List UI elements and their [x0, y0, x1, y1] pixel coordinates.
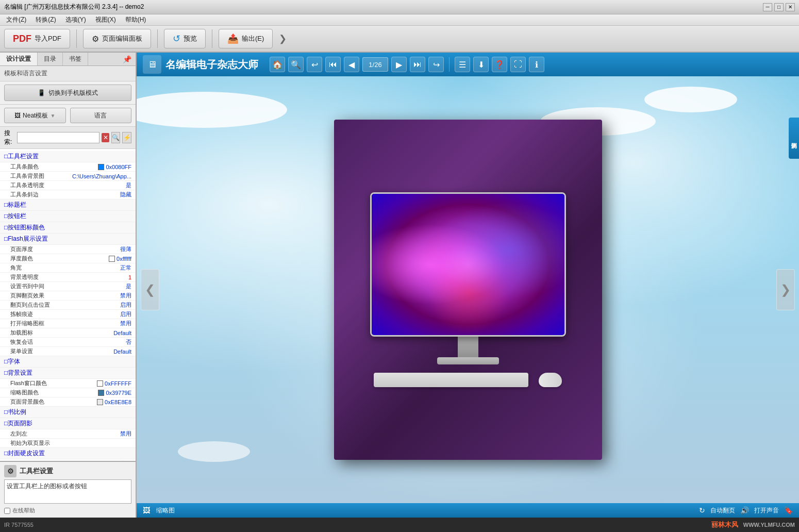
- prop-footer-flip[interactable]: 页脚翻页效果 禁用: [0, 291, 136, 301]
- nav-fullscreen-button[interactable]: ⛶: [510, 57, 526, 72]
- prop-page-bg-color[interactable]: 页面背景颜色 0xE8E8E8: [0, 397, 136, 407]
- app-title: 名编辑 [广州万彩信息技术有限公司 2.3.4] -- demo2: [4, 3, 144, 11]
- page-prev-arrow[interactable]: ❮: [141, 269, 159, 310]
- nav-zoom-button[interactable]: 🔍: [288, 57, 304, 72]
- prop-load-icon[interactable]: 加载图标 Default: [0, 328, 136, 338]
- logo-brand: 丽林木风: [711, 521, 738, 528]
- prop-left-to-left[interactable]: 左到左 禁用: [0, 429, 136, 439]
- menu-file[interactable]: 文件(Z): [2, 14, 30, 25]
- section-flash-header[interactable]: □Flash展示设置: [0, 234, 136, 245]
- monitor-stand: [458, 337, 478, 357]
- desc-panel: ⚙ 工具栏设置 设置工具栏上的图标或者按钮 在线帮助: [0, 461, 136, 518]
- prop-flash-window-color[interactable]: Flash窗口颜色 0xFFFFFF: [0, 379, 136, 388]
- prop-thick-color[interactable]: 厚度颜色 0xffffff: [0, 254, 136, 263]
- language-button[interactable]: 语言: [70, 108, 132, 123]
- nav-download-button[interactable]: ⬇: [473, 57, 489, 72]
- section-btnbar-header[interactable]: □按钮栏: [0, 211, 136, 222]
- preview-button[interactable]: ↺ 预览: [164, 29, 206, 48]
- language-label: 语言: [94, 111, 107, 120]
- prop-menu-setting[interactable]: 菜单设置 Default: [0, 347, 136, 356]
- auto-flip-button[interactable]: 自动翻页: [710, 506, 735, 515]
- search-execute-button[interactable]: 🔍: [111, 132, 121, 143]
- nav-prev-button[interactable]: ◀: [344, 57, 359, 72]
- desc-title: 工具栏设置: [20, 467, 53, 476]
- prop-bg-opacity[interactable]: 背景透明度 1: [0, 273, 136, 282]
- prop-toolbar-bevel[interactable]: 工具条斜边 隐藏: [0, 190, 136, 200]
- prop-pick-frame[interactable]: 拣帧痕迹 启用: [0, 310, 136, 319]
- search-clear-button[interactable]: ✕: [102, 133, 109, 142]
- prop-toolbar-bg[interactable]: 工具条背景图 C:\Users\Zhuang\App...: [0, 172, 136, 181]
- color-swatch-white: [109, 256, 115, 262]
- logo-icon: 🖥: [143, 55, 161, 74]
- tab-design-settings[interactable]: 设计设置: [0, 53, 38, 65]
- logo-url: WWW.YLMFU.COM: [743, 522, 795, 528]
- page-edit-button[interactable]: ⚙ 页面编辑面板: [83, 29, 151, 48]
- prop-center-book[interactable]: 设置书到中间 是: [0, 282, 136, 291]
- search-input[interactable]: [17, 132, 99, 143]
- nav-home-button[interactable]: 🏠: [270, 57, 285, 72]
- nav-last-button[interactable]: ⏭: [410, 57, 425, 72]
- tab-pin-button[interactable]: 📌: [119, 53, 136, 65]
- section-cover-hard: □封面硬皮设置 允许快速翻页 启用 当快速翻页时显示页码 显示 翻页时间 0.4…: [0, 448, 136, 461]
- section-cover-hard-header[interactable]: □封面硬皮设置: [0, 448, 136, 459]
- minimize-button[interactable]: ─: [763, 3, 772, 11]
- nav-redo-button[interactable]: ↪: [428, 57, 444, 72]
- prop-open-thumb[interactable]: 打开缩略图框 禁用: [0, 319, 136, 328]
- toolbar: PDF 导入PDF ⚙ 页面编辑面板 ↺ 预览 📤 输出(E) ❯: [0, 26, 799, 53]
- menu-convert[interactable]: 转换(Z): [31, 14, 60, 25]
- nav-next-button[interactable]: ▶: [391, 57, 407, 72]
- output-button[interactable]: 📤 输出(E): [219, 29, 273, 48]
- pdf-icon: PDF: [13, 34, 31, 44]
- bookmark-icon[interactable]: 🔖: [784, 506, 793, 514]
- mobile-switch-button[interactable]: 📱 切换到手机版模式: [4, 85, 131, 101]
- properties-panel: □工具栏设置 工具条颜色 0x0080FF 工具条背景图 C:\Users\Zh…: [0, 149, 136, 461]
- section-book-ratio-header[interactable]: □书比例: [0, 407, 136, 418]
- nav-undo-button[interactable]: ↩: [307, 57, 322, 72]
- import-pdf-button[interactable]: PDF 导入PDF: [4, 29, 70, 48]
- side-tab[interactable]: 快闪浏览刊: [789, 118, 799, 159]
- menu-help[interactable]: 帮助(H): [121, 14, 151, 25]
- close-button[interactable]: ✕: [786, 3, 795, 11]
- thumbnail-button[interactable]: 缩略图: [156, 506, 175, 515]
- tab-bookmark[interactable]: 书签: [63, 53, 88, 65]
- search-extra-button[interactable]: ⚡: [122, 132, 131, 143]
- page-next-arrow[interactable]: ❯: [776, 269, 795, 310]
- neat-template-button[interactable]: 🖼 Neat模板 ▼: [4, 108, 66, 123]
- maximize-button[interactable]: □: [774, 3, 784, 11]
- prop-toolbar-opacity[interactable]: 工具条透明度 是: [0, 181, 136, 190]
- sound-button[interactable]: 打开声音: [754, 506, 779, 515]
- nav-first-button[interactable]: ⏮: [325, 57, 341, 72]
- toolbar-more-arrow[interactable]: ❯: [279, 33, 287, 44]
- prop-toolbar-color[interactable]: 工具条颜色 0x0080FF: [0, 162, 136, 172]
- prop-thumb-color[interactable]: 缩略图颜色 0x39779E: [0, 388, 136, 397]
- page-edit-icon: ⚙: [92, 34, 99, 44]
- bottom-bar: IR 7577555 丽林木风 WWW.YLMFU.COM: [0, 518, 799, 532]
- monitor: [370, 192, 566, 337]
- menu-view[interactable]: 视图(X): [91, 14, 120, 25]
- section-page-shadow-header[interactable]: □页面阴影: [0, 418, 136, 429]
- section-btn-icon-color-header[interactable]: □按钮图标颜色: [0, 222, 136, 234]
- section-bg-header[interactable]: □背景设置: [0, 368, 136, 379]
- prop-page-thick[interactable]: 页面厚度 很薄: [0, 245, 136, 254]
- section-titlebar-header[interactable]: □标题栏: [0, 200, 136, 211]
- prop-restore-session[interactable]: 恢复会话 否: [0, 338, 136, 347]
- help-checkbox[interactable]: [4, 508, 10, 514]
- nav-menu-button[interactable]: ☰: [455, 57, 470, 72]
- thumbnail-icon: 🖼: [143, 506, 150, 514]
- menubar: 文件(Z) 转换(Z) 选项(Y) 视图(X) 帮助(H): [0, 14, 799, 26]
- menu-options[interactable]: 选项(Y): [61, 14, 90, 25]
- prop-flip-to-click[interactable]: 翻页到点击位置 启用: [0, 301, 136, 310]
- logo-text: 名编辑电子杂志大师: [165, 58, 258, 72]
- section-toolbar: □工具栏设置 工具条颜色 0x0080FF 工具条背景图 C:\Users\Zh…: [0, 151, 136, 200]
- nav-help-button[interactable]: ❓: [492, 57, 507, 72]
- toolbar-separator-2: [157, 29, 158, 48]
- section-font-header[interactable]: □字体: [0, 356, 136, 368]
- nav-info-button[interactable]: ℹ: [529, 57, 544, 72]
- prop-dual-page-default[interactable]: 初始为双页显示: [0, 439, 136, 448]
- tab-toc[interactable]: 目录: [38, 53, 63, 65]
- page-input[interactable]: [362, 57, 388, 72]
- section-toolbar-header[interactable]: □工具栏设置: [0, 151, 136, 162]
- mobile-btn-row: 📱 切换到手机版模式: [0, 81, 136, 105]
- section-titlebar: □标题栏: [0, 200, 136, 211]
- prop-corner-width[interactable]: 角宽 正常: [0, 263, 136, 273]
